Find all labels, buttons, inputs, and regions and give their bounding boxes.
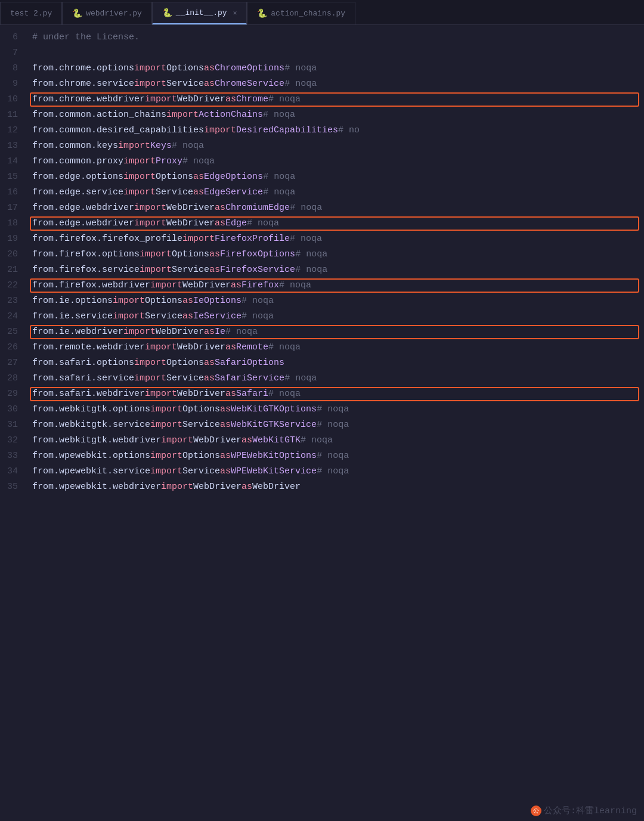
line-num-31: 31 — [0, 417, 18, 433]
tab-test2[interactable]: test 2.py — [0, 2, 62, 24]
kw-as-27: as — [204, 355, 215, 371]
kw-import-33: import — [150, 448, 182, 464]
comment-9: # noqa — [284, 76, 317, 92]
line-num-7: 7 — [0, 45, 18, 61]
kw-from-10: from — [32, 92, 54, 107]
line-num-21: 21 — [0, 262, 18, 278]
kw-as-8: as — [204, 61, 215, 76]
module-11: .common.action_chains — [54, 107, 166, 123]
module-10: .chrome.webdriver — [54, 92, 145, 107]
kw-import-19: import — [182, 231, 215, 247]
module-26: .remote.webdriver — [54, 340, 145, 355]
module-15: .edge.options — [54, 169, 123, 185]
python-icon-init: 🐍 — [162, 8, 172, 18]
module-34: .wpewebkit.service — [54, 464, 150, 479]
line-num-13: 13 — [0, 138, 18, 154]
kw-import-11: import — [166, 107, 199, 123]
comment-12: # no — [338, 123, 360, 138]
python-icon-webdriver: 🐍 — [72, 8, 82, 18]
line-num-6: 6 — [0, 30, 18, 45]
kw-import-26: import — [145, 340, 177, 355]
code-line-21: from .firefox.service import Service as … — [32, 262, 644, 278]
alias-31: WebKitGTKService — [231, 417, 317, 433]
code-line-33: from .wpewebkit.options import Options a… — [32, 448, 644, 464]
classname-35: WebDriver — [193, 479, 242, 495]
classname-28: Service — [166, 371, 204, 386]
code-line-22: from .firefox.webdriver import WebDriver… — [32, 278, 644, 293]
module-31: .webkitgtk.service — [54, 417, 150, 433]
line-num-11: 11 — [0, 107, 18, 123]
line-num-15: 15 — [0, 169, 18, 185]
alias-22: Firefox — [242, 278, 279, 293]
editor-window: test 2.py 🐍 webdriver.py 🐍 __init__.py ✕… — [0, 0, 644, 500]
alias-13: Keys — [150, 138, 172, 154]
kw-from-9: from — [32, 76, 54, 92]
comment-21: # noqa — [295, 262, 327, 278]
comment-11: # noqa — [263, 107, 295, 123]
kw-from-27: from — [32, 355, 54, 371]
kw-as-25: as — [204, 324, 215, 340]
kw-as-16: as — [193, 185, 204, 200]
line-num-19: 19 — [0, 231, 18, 247]
kw-import-10: import — [145, 92, 177, 107]
classname-29: WebDriver — [177, 386, 225, 402]
alias-25: Ie — [215, 324, 225, 340]
code-line-34: from .wpewebkit.service import Service a… — [32, 464, 644, 479]
code-line-14: from .common.proxy import Proxy # noqa — [32, 154, 644, 169]
classname-27: Options — [166, 355, 204, 371]
classname-24: Service — [145, 309, 182, 324]
alias-10: Chrome — [236, 92, 268, 107]
alias-26: Remote — [236, 340, 268, 355]
tab-webdriver-label: webdriver.py — [86, 9, 142, 18]
classname-20: Options — [172, 247, 209, 262]
code-line-9: from .chrome.service import Service as C… — [32, 76, 644, 92]
alias-21: FirefoxService — [220, 262, 295, 278]
kw-import-29: import — [145, 386, 177, 402]
tab-init-close[interactable]: ✕ — [233, 9, 237, 17]
module-23: .ie.options — [54, 293, 113, 309]
comment-26: # noqa — [268, 340, 301, 355]
module-13: .common.keys — [54, 138, 118, 154]
classname-34: Service — [182, 464, 220, 479]
code-line-30: from .webkitgtk.options import Options a… — [32, 402, 644, 417]
alias-17: ChromiumEdge — [225, 200, 290, 216]
module-33: .wpewebkit.options — [54, 448, 150, 464]
kw-as-32: as — [242, 433, 252, 448]
kw-import-25: import — [123, 324, 156, 340]
kw-import-23: import — [113, 293, 145, 309]
kw-import-24: import — [113, 309, 145, 324]
kw-from-25: from — [32, 324, 54, 340]
watermark-text: 公众号:科雷learning — [544, 805, 637, 816]
kw-from-24: from — [32, 309, 54, 324]
tab-action-chains[interactable]: 🐍 action_chains.py — [247, 2, 355, 24]
alias-34: WPEWebKitService — [231, 464, 317, 479]
tab-bar: test 2.py 🐍 webdriver.py 🐍 __init__.py ✕… — [0, 0, 644, 25]
kw-from-26: from — [32, 340, 54, 355]
code-line-23: from .ie.options import Options as IeOpt… — [32, 293, 644, 309]
code-line-29: from .safari.webdriver import WebDriver … — [32, 386, 644, 402]
comment-24: # noqa — [242, 309, 274, 324]
alias-16: EdgeService — [204, 185, 263, 200]
kw-from-16: from — [32, 185, 54, 200]
code-line-7 — [32, 45, 644, 61]
tab-webdriver[interactable]: 🐍 webdriver.py — [62, 2, 152, 24]
kw-import-22: import — [150, 278, 182, 293]
alias-8: ChromeOptions — [215, 61, 284, 76]
kw-from-17: from — [32, 200, 54, 216]
module-28: .safari.service — [54, 371, 134, 386]
alias-19: FirefoxProfile — [215, 231, 290, 247]
kw-as-26: as — [225, 340, 236, 355]
tab-init[interactable]: 🐍 __init__.py ✕ — [152, 2, 247, 24]
line-num-22: 22 — [0, 278, 18, 293]
alias-18: Edge — [225, 216, 247, 231]
kw-import-18: import — [134, 216, 166, 231]
kw-from-32: from — [32, 433, 54, 448]
alias-23: IeOptions — [193, 293, 242, 309]
code-line-24: from .ie.service import Service as IeSer… — [32, 309, 644, 324]
classname-25: WebDriver — [156, 324, 204, 340]
kw-as-23: as — [182, 293, 193, 309]
code-comment-license: # under the License. — [32, 30, 140, 45]
line-num-29: 29 — [0, 386, 18, 402]
kw-as-21: as — [209, 262, 220, 278]
kw-import-34: import — [150, 464, 182, 479]
